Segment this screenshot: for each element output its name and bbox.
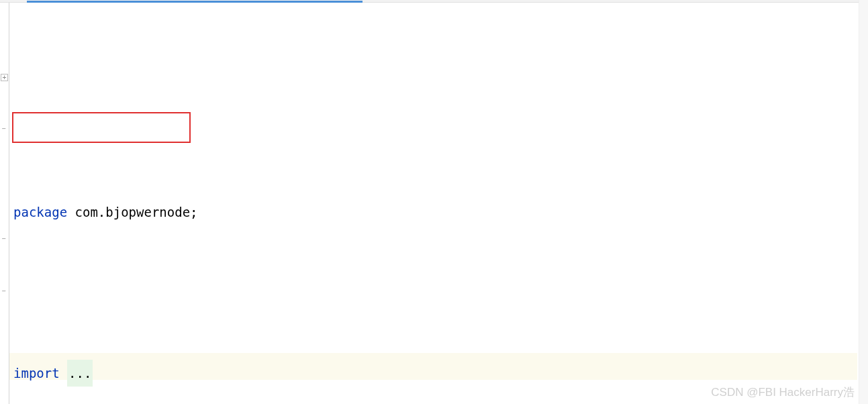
- code-content: package com.bjopwernode; import ... @Ena…: [13, 145, 864, 404]
- fold-expand-icon[interactable]: +: [1, 74, 8, 81]
- keyword-import: import: [13, 360, 60, 387]
- editor-container: + − − − package com.bjopwernode; import …: [0, 3, 868, 404]
- code-line[interactable]: [13, 279, 864, 306]
- watermark-text: CSDN @FBI HackerHarry浩: [711, 385, 855, 400]
- gutter-fold-icon[interactable]: −: [0, 287, 7, 295]
- code-line[interactable]: package com.bjopwernode;: [13, 199, 864, 225]
- code-line[interactable]: import ...: [13, 360, 864, 387]
- import-fold-dots[interactable]: ...: [67, 360, 93, 387]
- code-editor[interactable]: package com.bjopwernode; import ... @Ena…: [9, 3, 868, 404]
- package-name: com.bjopwernode;: [67, 199, 197, 225]
- gutter-fold-icon[interactable]: −: [0, 235, 7, 242]
- keyword-package: package: [13, 199, 67, 225]
- gutter-fold-icon[interactable]: −: [0, 125, 7, 132]
- gutter[interactable]: + − − −: [0, 3, 9, 404]
- red-highlight-box: [12, 112, 191, 143]
